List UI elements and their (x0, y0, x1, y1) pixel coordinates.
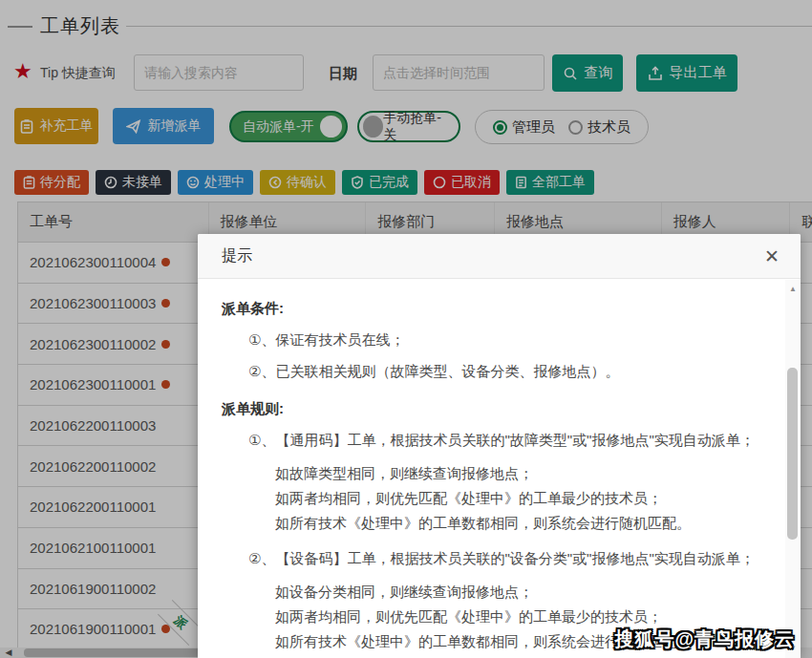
condition-item: ②、已关联相关规则（故障类型、设备分类、报修地点）。 (222, 363, 762, 381)
modal-scrollbar[interactable]: ▲ ▼ (785, 280, 801, 658)
rule-detail: 如设备分类相同，则继续查询报修地点； (222, 584, 762, 602)
tip-modal: 提示 ✕ 派单条件: ①、保证有技术员在线； ②、已关联相关规则（故障类型、设备… (198, 234, 801, 658)
sohu-watermark: 搜狐号@青鸟报修云 (614, 626, 795, 652)
rule-detail: 如两者均相同，则优先匹配《处理中》的工单最少的技术员； (222, 490, 762, 508)
scroll-up-arrow-icon[interactable]: ▲ (785, 282, 801, 297)
modal-scrollbar-thumb[interactable] (787, 368, 798, 540)
dispatch-rules-heading: 派单规则: (222, 400, 762, 418)
modal-title: 提示 (222, 246, 252, 266)
rule-detail: 如两者均相同，则优先匹配《处理中》的工单最少的技术员； (222, 608, 762, 626)
rule-item: ①、【通用码】工单，根据技术员关联的"故障类型"或"报修地点"实现自动派单； (222, 432, 762, 450)
close-icon[interactable]: ✕ (764, 247, 780, 265)
modal-header: 提示 ✕ (198, 234, 801, 279)
condition-item: ①、保证有技术员在线； (222, 331, 762, 350)
modal-body: 派单条件: ①、保证有技术员在线； ②、已关联相关规则（故障类型、设备分类、报修… (198, 279, 801, 658)
dispatch-conditions-heading: 派单条件: (222, 300, 762, 318)
rule-item: ②、【设备码】工单，根据技术员关联的"设备分类"或"报修地点"实现自动派单； (222, 550, 762, 568)
rule-detail: 如所有技术《处理中》的工单数都相同，则系统会进行随机匹配。 (222, 515, 762, 533)
rule-detail: 如故障类型相同，则继续查询报修地点； (222, 465, 762, 483)
